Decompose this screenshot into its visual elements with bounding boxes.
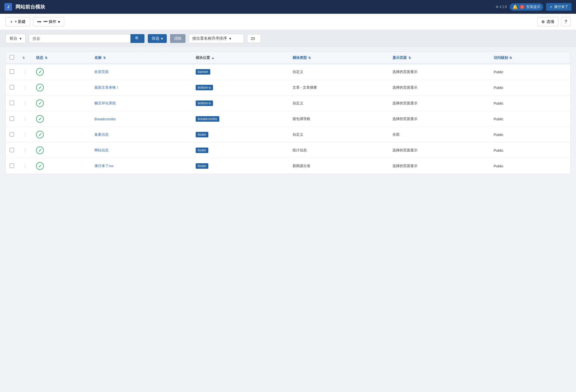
- access-value: Public: [494, 148, 503, 153]
- pages-sort-icon: ⇅: [408, 56, 411, 59]
- module-name-link[interactable]: 网站信息: [94, 148, 109, 152]
- row-drag-cell: ⋮: [18, 64, 32, 80]
- status-sort-icon: ⇅: [45, 56, 47, 59]
- row-access-cell: Public: [490, 80, 570, 96]
- row-type-cell: 自定义: [289, 96, 389, 111]
- toolbar: + + 新建 ••• ••• 操作 ▾ ⚙ 选项 ?: [0, 14, 576, 30]
- module-name-link[interactable]: Breadcrumbs: [94, 117, 116, 121]
- access-value: Public: [494, 101, 503, 105]
- sort-label: 按位置名称升序排序: [192, 36, 227, 41]
- module-name-link[interactable]: 最新文章来咯！: [94, 85, 119, 89]
- row-name-cell: 备案信息: [91, 127, 192, 143]
- export-icon: ↗: [549, 5, 552, 9]
- pages-label: 选择的页面显示: [392, 164, 417, 168]
- row-name-cell: 欢迎页面: [91, 64, 192, 80]
- select-all-checkbox[interactable]: [10, 55, 14, 59]
- row-access-cell: Public: [490, 96, 570, 111]
- row-checkbox[interactable]: [10, 69, 14, 74]
- search-container: 🔍: [29, 34, 144, 43]
- options-button[interactable]: ⚙ 选项: [537, 17, 558, 26]
- drag-handle-icon[interactable]: ⋮: [22, 117, 28, 121]
- modules-table: ⇅ 状态 ⇅ 名称 ⇅ 模块位置 ▲ 模块类型 ⇅: [6, 52, 570, 174]
- row-pages-cell: 选择的页面显示: [389, 111, 490, 127]
- type-label: 模块类型: [293, 56, 307, 60]
- row-access-cell: Public: [490, 64, 570, 80]
- action-button[interactable]: ••• ••• 操作 ▾: [33, 17, 64, 26]
- row-position-cell: footer: [192, 127, 289, 143]
- filter-bar: 前台 ▾ 🔍 筛选 ▾ 清除 按位置名称升序排序 ▾ 20: [0, 30, 576, 47]
- sort-chevron-icon: ▾: [229, 36, 231, 41]
- clear-button[interactable]: 清除: [170, 34, 185, 43]
- page-size-input[interactable]: 20: [247, 34, 261, 43]
- drag-handle-icon[interactable]: ⋮: [22, 85, 28, 90]
- row-checkbox[interactable]: [10, 148, 14, 152]
- row-checkbox[interactable]: [10, 85, 14, 89]
- modules-table-container: ⇅ 状态 ⇅ 名称 ⇅ 模块位置 ▲ 模块类型 ⇅: [6, 51, 570, 174]
- user-menu-button[interactable]: ↗ 康仔来了: [546, 3, 572, 11]
- access-sort-icon: ⇅: [509, 56, 512, 59]
- module-name-link[interactable]: 欢迎页面: [94, 70, 109, 74]
- module-name-link[interactable]: 康仔来了rss: [94, 164, 113, 168]
- drag-handle-icon[interactable]: ⋮: [22, 164, 28, 168]
- app-title: 网站前台模块: [15, 4, 492, 10]
- version-label: ⚙ 4.2.8: [496, 5, 507, 9]
- position-badge: bottom-b: [196, 100, 213, 106]
- search-button[interactable]: 🔍: [130, 34, 144, 43]
- row-status-cell: ✓: [32, 80, 91, 96]
- row-checkbox[interactable]: [10, 101, 14, 105]
- filter-chevron-icon: ▾: [161, 36, 163, 41]
- row-name-cell: 畅言评论系统: [91, 96, 192, 111]
- username-label: 康仔来了: [554, 4, 568, 9]
- row-position-cell: footer: [192, 158, 289, 174]
- module-type-label: 文章 - 文章摘要: [293, 85, 317, 89]
- header: J 网站前台模块 ⚙ 4.2.8 🔔 2 安装提示 ↗ 康仔来了: [0, 0, 576, 14]
- notifications-button[interactable]: 🔔 2 安装提示: [510, 3, 543, 11]
- joomla-icon: ⚙: [496, 5, 499, 9]
- help-button[interactable]: ?: [561, 17, 570, 26]
- drag-handle-icon[interactable]: ⋮: [22, 101, 28, 106]
- row-status-cell: ✓: [32, 143, 91, 158]
- table-body: ⋮ ✓ 欢迎页面 banner 自定义 选择的页面显示 Public ⋮ ✓: [6, 64, 570, 174]
- drag-handle-icon[interactable]: ⋮: [22, 70, 28, 74]
- pages-header[interactable]: 显示页面 ⇅: [389, 52, 490, 64]
- plus-icon: +: [10, 20, 12, 24]
- module-type-label: 自定义: [293, 70, 303, 74]
- row-position-cell: bottom-a: [192, 80, 289, 96]
- position-header[interactable]: 模块位置 ▲: [192, 52, 289, 64]
- row-checkbox-cell: [6, 143, 18, 158]
- row-checkbox[interactable]: [10, 164, 14, 168]
- row-checkbox[interactable]: [10, 116, 14, 121]
- table-row: ⋮ ✓ 欢迎页面 banner 自定义 选择的页面显示 Public: [6, 64, 570, 80]
- sort-select[interactable]: 按位置名称升序排序 ▾: [189, 34, 244, 43]
- row-checkbox[interactable]: [10, 132, 14, 137]
- row-type-cell: 自定义: [289, 127, 389, 143]
- scope-select[interactable]: 前台 ▾: [6, 34, 26, 43]
- order-sort-icon: ⇅: [22, 56, 25, 59]
- filter-button[interactable]: 筛选 ▾: [148, 34, 167, 43]
- row-name-cell: 康仔来了rss: [91, 158, 192, 174]
- access-header[interactable]: 访问级别 ⇅: [490, 52, 570, 64]
- row-type-cell: 新闻源分发: [289, 158, 389, 174]
- new-button[interactable]: + + 新建: [6, 17, 30, 26]
- name-label: 名称: [94, 56, 102, 60]
- row-position-cell: bottom-b: [192, 96, 289, 111]
- table-row: ⋮ ✓ 最新文章来咯！ bottom-a 文章 - 文章摘要 选择的页面显示 P…: [6, 80, 570, 96]
- module-type-label: 自定义: [293, 101, 303, 105]
- clear-label: 清除: [174, 36, 182, 40]
- module-name-link[interactable]: 备案信息: [94, 132, 109, 137]
- row-drag-cell: ⋮: [18, 158, 32, 174]
- row-checkbox-cell: [6, 111, 18, 127]
- row-pages-cell: 选择的页面显示: [389, 158, 490, 174]
- drag-handle-icon[interactable]: ⋮: [22, 148, 28, 153]
- row-status-cell: ✓: [32, 111, 91, 127]
- row-drag-cell: ⋮: [18, 143, 32, 158]
- status-header[interactable]: 状态 ⇅: [32, 52, 91, 64]
- name-header[interactable]: 名称 ⇅: [91, 52, 192, 64]
- type-header[interactable]: 模块类型 ⇅: [289, 52, 389, 64]
- name-sort-icon: ⇅: [103, 56, 106, 59]
- drag-handle-icon[interactable]: ⋮: [22, 132, 28, 137]
- module-name-link[interactable]: 畅言评论系统: [94, 101, 116, 105]
- header-right: ⚙ 4.2.8 🔔 2 安装提示 ↗ 康仔来了: [496, 3, 572, 11]
- search-input[interactable]: [29, 34, 130, 43]
- row-pages-cell: 选择的页面显示: [389, 96, 490, 111]
